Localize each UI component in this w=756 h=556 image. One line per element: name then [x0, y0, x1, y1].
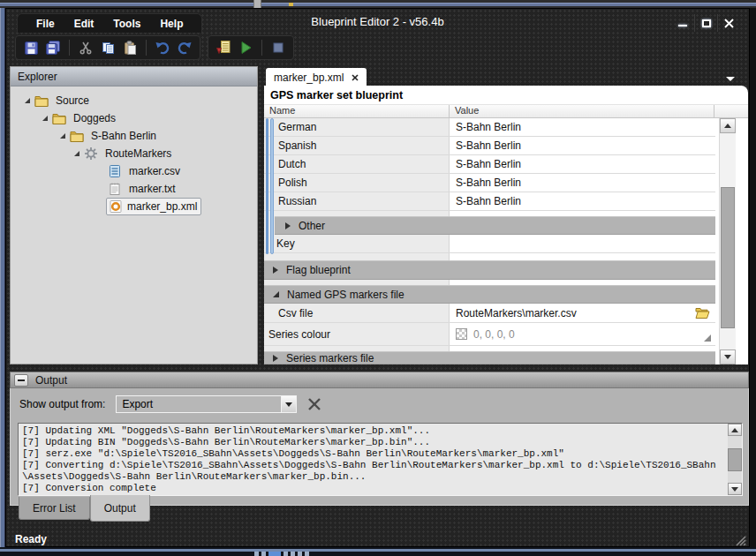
property-value[interactable]: RouteMarkers\marker.csv	[450, 304, 714, 322]
property-row-series-colour[interactable]: Series colour 0, 0, 0, 0	[264, 323, 715, 346]
expander-open-icon[interactable]	[273, 291, 279, 297]
scrollbar-thumb[interactable]	[721, 187, 735, 328]
expander-open-icon[interactable]	[60, 133, 65, 139]
group-band[interactable]: Flag blueprint	[264, 260, 715, 280]
group-band[interactable]: Series markers file	[264, 351, 715, 364]
property-value[interactable]: S-Bahn Berlin	[450, 174, 714, 192]
menu-tools[interactable]: Tools	[103, 18, 150, 30]
redo-button[interactable]	[175, 38, 194, 57]
collapse-output-button[interactable]	[14, 374, 28, 387]
property-value[interactable]	[450, 235, 714, 252]
folder-icon	[52, 112, 66, 124]
export-button[interactable]	[214, 38, 233, 57]
group-label: Series markers file	[286, 352, 374, 364]
maximize-icon	[702, 19, 711, 27]
tab-close-icon[interactable]	[352, 74, 359, 81]
group-row-other[interactable]: Other	[264, 216, 715, 235]
background-window-edge-top	[0, 0, 756, 8]
run-button[interactable]	[236, 38, 255, 57]
xml-file-icon	[109, 199, 123, 214]
expander-closed-icon[interactable]	[273, 267, 278, 274]
minimize-button[interactable]	[671, 14, 694, 32]
tree-item-routemarkers[interactable]: RouteMarkers	[11, 145, 257, 162]
group-band[interactable]: Other	[275, 216, 715, 235]
property-value[interactable]: S-Bahn Berlin	[450, 118, 714, 136]
output-panel-body: Show output from: Export [7] Updating XM…	[10, 388, 749, 506]
expander-open-icon[interactable]	[42, 116, 48, 121]
toolbar-separator	[146, 40, 147, 56]
scroll-down-button[interactable]	[728, 483, 742, 495]
combobox-dropdown-button[interactable]	[281, 396, 296, 412]
scrollbar-thumb[interactable]	[728, 448, 742, 471]
grid-scrollbar[interactable]	[719, 118, 736, 364]
copy-button[interactable]	[98, 38, 117, 57]
menu-file[interactable]: File	[26, 18, 64, 30]
arrow-up-icon	[731, 428, 738, 432]
tree-item-marker-bp-xml[interactable]: marker_bp.xml	[11, 198, 257, 215]
csv-file-path[interactable]: RouteMarkers\marker.csv	[456, 307, 577, 319]
property-row-polish[interactable]: Polish S-Bahn Berlin	[264, 174, 715, 192]
scroll-down-button[interactable]	[720, 349, 736, 364]
copy-icon	[101, 41, 116, 56]
stop-button[interactable]	[268, 38, 288, 57]
browse-button[interactable]	[695, 307, 710, 319]
background-window-divider	[253, 0, 261, 8]
paste-button[interactable]	[120, 38, 140, 57]
output-console[interactable]: [7] Updating XML "Doggeds\S-Bahn Berlin\…	[18, 423, 743, 496]
play-icon	[238, 40, 253, 56]
toolbar-group-edit	[15, 35, 200, 60]
expander-closed-icon[interactable]	[273, 355, 278, 362]
property-value[interactable]: 0, 0, 0, 0	[450, 323, 714, 345]
undo-button[interactable]	[153, 38, 172, 57]
group-row-series-markers[interactable]: Series markers file	[264, 351, 715, 364]
expander-open-icon[interactable]	[74, 151, 79, 156]
group-row-named-gps[interactable]: Named GPS markers file	[264, 285, 715, 304]
save-all-button[interactable]	[43, 38, 63, 57]
group-band[interactable]: Named GPS markers file	[264, 285, 715, 304]
tree-item-source[interactable]: Source	[11, 92, 257, 109]
menu-edit[interactable]: Edit	[64, 18, 104, 30]
property-row-russian[interactable]: Russian S-Bahn Berlin	[264, 192, 715, 211]
menu-help[interactable]: Help	[150, 18, 193, 30]
tree-item-doggeds[interactable]: Doggeds	[11, 109, 257, 127]
expander-open-icon[interactable]	[25, 98, 30, 103]
colour-expand-icon[interactable]	[704, 334, 711, 342]
background-taskbar-fragment	[0, 547, 756, 556]
selected-tree-item[interactable]: marker_bp.xml	[106, 198, 201, 215]
tab-marker-bp-xml[interactable]: marker_bp.xml	[266, 68, 367, 86]
property-name: German	[264, 118, 450, 136]
property-row-spanish[interactable]: Spanish S-Bahn Berlin	[264, 137, 715, 155]
scroll-up-button[interactable]	[720, 118, 736, 133]
property-row-dutch[interactable]: Dutch S-Bahn Berlin	[264, 155, 715, 174]
column-header-value[interactable]: Value	[450, 105, 714, 117]
tree-item-sbahn-berlin[interactable]: S-Bahn Berlin	[11, 127, 257, 145]
save-icon	[24, 41, 39, 56]
property-value[interactable]: S-Bahn Berlin	[450, 155, 714, 173]
property-value[interactable]: S-Bahn Berlin	[450, 137, 714, 154]
expander-closed-icon[interactable]	[285, 222, 291, 229]
cut-button[interactable]	[76, 38, 95, 57]
resize-grip[interactable]	[735, 535, 746, 546]
output-filter-label: Show output from:	[19, 398, 105, 410]
scroll-up-button[interactable]	[728, 424, 742, 436]
property-row-csv-file[interactable]: Csv file RouteMarkers\marker.csv	[264, 304, 715, 323]
tree-item-marker-txt[interactable]: marker.txt	[11, 180, 257, 198]
explorer-panel: Explorer Source Dog	[10, 66, 258, 364]
tab-output[interactable]: Output	[90, 495, 150, 522]
save-button[interactable]	[21, 38, 41, 57]
maximize-button[interactable]	[694, 14, 717, 32]
group-row-flag-blueprint[interactable]: Flag blueprint	[264, 260, 715, 280]
tab-list-dropdown-icon[interactable]	[726, 77, 735, 81]
output-source-combobox[interactable]: Export	[116, 395, 297, 413]
property-value[interactable]: S-Bahn Berlin	[450, 192, 714, 210]
tree-item-marker-csv[interactable]: marker.csv	[11, 162, 257, 180]
clear-output-button[interactable]	[307, 397, 321, 411]
colour-swatch[interactable]	[456, 328, 467, 340]
column-header-name[interactable]: Name	[264, 105, 450, 117]
explorer-panel-header: Explorer	[11, 67, 257, 86]
console-scrollbar[interactable]	[728, 424, 742, 495]
close-button[interactable]	[717, 14, 740, 32]
property-row-german[interactable]: German S-Bahn Berlin	[264, 118, 715, 137]
tab-error-list[interactable]: Error List	[19, 497, 90, 520]
property-row-key[interactable]: Key	[264, 235, 715, 253]
